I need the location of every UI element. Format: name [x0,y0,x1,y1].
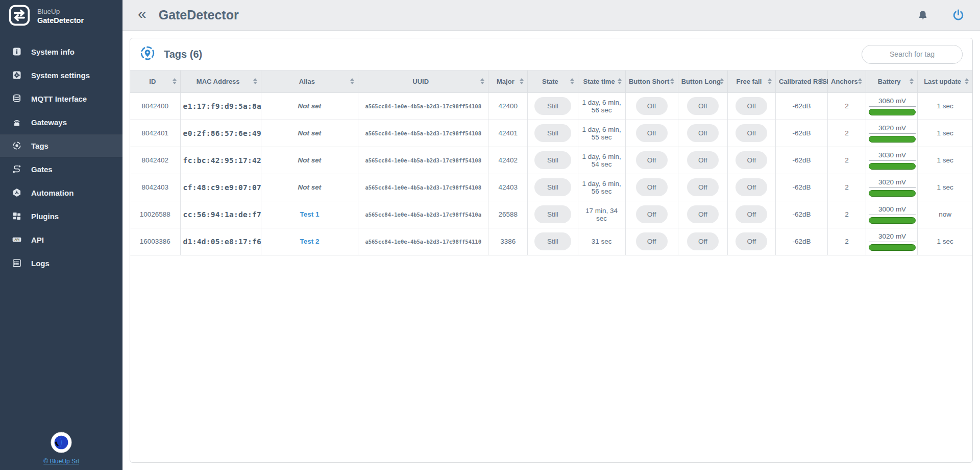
column-header-button-long[interactable]: Button Long [678,70,727,92]
battery-bar [869,190,916,197]
sort-icon[interactable] [910,78,914,84]
column-header-button-short[interactable]: Button Short [625,70,678,92]
sort-icon[interactable] [618,78,622,84]
column-header-free-fall[interactable]: Free fall [727,70,775,92]
alias-value[interactable]: Test 2 [300,238,319,245]
cell-button-short: Off [625,174,678,201]
column-header-state-time[interactable]: State time [578,70,625,92]
cell-button-short: Off [625,120,678,147]
sidebar-item-automation[interactable]: Automation [0,181,122,204]
sidebar-item-api[interactable]: API API [0,228,122,251]
sort-icon[interactable] [480,78,484,84]
route-icon [11,163,22,175]
free-fall-badge: Off [736,124,767,142]
sidebar-item-plugins[interactable]: Plugins [0,204,122,228]
table-row[interactable]: 16003386 d1:4d:05:e8:17:f6 Test 2 a565cc… [130,228,972,255]
table-row[interactable]: 8042400 e1:17:f9:d9:5a:8a Not set a565cc… [130,92,972,120]
sort-icon[interactable] [720,78,724,84]
state-badge: Still [534,205,571,223]
panel-title: Tags (6) [164,49,202,60]
cell-free-fall: Off [727,201,775,228]
column-header-state[interactable]: State [528,70,578,92]
page-title: GateDetector [159,8,239,22]
sort-icon[interactable] [858,78,862,84]
column-header-last-update[interactable]: Last update [918,70,972,92]
alias-value[interactable]: Test 1 [300,210,319,218]
brand-logo-icon [8,4,31,29]
search-input[interactable] [862,45,963,64]
cell-uuid: a565cc84-1e0e-4b5a-b2d3-17c98ff54108 [358,120,488,147]
column-header-battery[interactable]: Battery [866,70,918,92]
button-short-badge: Off [636,232,668,250]
power-icon[interactable] [952,9,965,21]
cell-free-fall: Off [727,174,775,201]
sort-icon[interactable] [820,78,824,84]
cell-last-update: now [918,201,972,228]
sidebar-menu: System info System settings MQTT Interfa… [0,40,122,432]
sidebar-item-gateways[interactable]: Gateways [0,110,122,134]
sidebar-item-tags[interactable]: Tags [0,134,122,157]
battery-voltage: 3060 mV [869,97,916,107]
sidebar-item-logs[interactable]: Logs [0,251,122,275]
sort-icon[interactable] [965,78,969,84]
column-header-calibrated-rssi[interactable]: Calibrated RSSI [775,70,827,92]
cell-uuid: a565cc84-1e0e-4b5a-b2d3-17c98ff54108 [358,174,488,201]
brand-name: BlueUp [37,8,84,16]
cell-alias: Not set [261,174,358,201]
column-header-mac-address[interactable]: MAC Address [180,70,261,92]
cell-calibrated-rssi: -62dB [775,228,827,255]
notifications-bell-icon[interactable] [917,10,928,21]
main-area: « GateDetector Tags (6) [122,0,980,470]
sidebar-item-gates[interactable]: Gates [0,157,122,181]
sort-icon[interactable] [173,78,177,84]
sidebar-collapse-button[interactable]: « [138,6,146,21]
sort-icon[interactable] [350,78,354,84]
table-row[interactable]: 8042403 cf:48:c9:e9:07:07 Not set a565cc… [130,174,972,201]
cell-last-update: 1 sec [918,174,972,201]
svg-text:API: API [14,238,19,241]
free-fall-badge: Off [736,232,767,250]
table-row[interactable]: 8042401 e0:2f:86:57:6e:49 Not set a565cc… [130,120,972,147]
blueup-srl-link[interactable]: © BlueUp Srl [43,458,79,465]
cell-mac: d1:4d:05:e8:17:f6 [180,228,261,255]
state-badge: Still [534,178,571,196]
column-header-alias[interactable]: Alias [261,70,358,92]
battery-voltage: 3020 mV [869,178,916,188]
free-fall-badge: Off [736,97,767,115]
battery-indicator: 3020 mV [869,232,916,251]
table-row[interactable]: 10026588 cc:56:94:1a:de:f7 Test 1 a565cc… [130,201,972,228]
sort-icon[interactable] [253,78,257,84]
cell-last-update: 1 sec [918,147,972,174]
cell-state: Still [528,120,578,147]
column-header-anchors[interactable]: Anchors [828,70,866,92]
sidebar-item-mqtt-interface[interactable]: MQTT Interface [0,87,122,110]
cell-uuid: a565cc84-1e0e-4b5a-b2d3-17c98ff54108 [358,147,488,174]
button-short-badge: Off [636,151,668,169]
brand[interactable]: BlueUp GateDetector [0,0,122,33]
battery-indicator: 3060 mV [869,97,916,115]
column-header-uuid[interactable]: UUID [358,70,488,92]
table-row[interactable]: 8042402 fc:bc:42:95:17:42 Not set a565cc… [130,147,972,174]
panel-header: Tags (6) [130,38,972,70]
sidebar-item-system-info[interactable]: System info [0,40,122,63]
cell-calibrated-rssi: -62dB [775,174,827,201]
cell-state-time: 1 day, 6 min, 56 sec [578,92,625,120]
sort-icon[interactable] [768,78,772,84]
column-header-major[interactable]: Major [488,70,528,92]
sort-icon[interactable] [520,78,524,84]
sidebar-item-system-settings[interactable]: System settings [0,63,122,87]
cell-alias: Test 2 [261,228,358,255]
column-header-id[interactable]: ID [130,70,180,92]
cell-battery: 3000 mV [866,201,918,228]
cell-anchors: 2 [828,174,866,201]
sort-icon[interactable] [670,78,674,84]
plugins-icon [11,210,22,222]
cell-button-short: Off [625,228,678,255]
button-short-badge: Off [636,124,668,142]
cell-mac: e1:17:f9:d9:5a:8a [180,92,261,120]
button-long-badge: Off [687,232,719,250]
battery-voltage: 3030 mV [869,151,916,161]
sort-icon[interactable] [570,78,574,84]
cell-last-update: 1 sec [918,228,972,255]
button-long-badge: Off [687,151,719,169]
